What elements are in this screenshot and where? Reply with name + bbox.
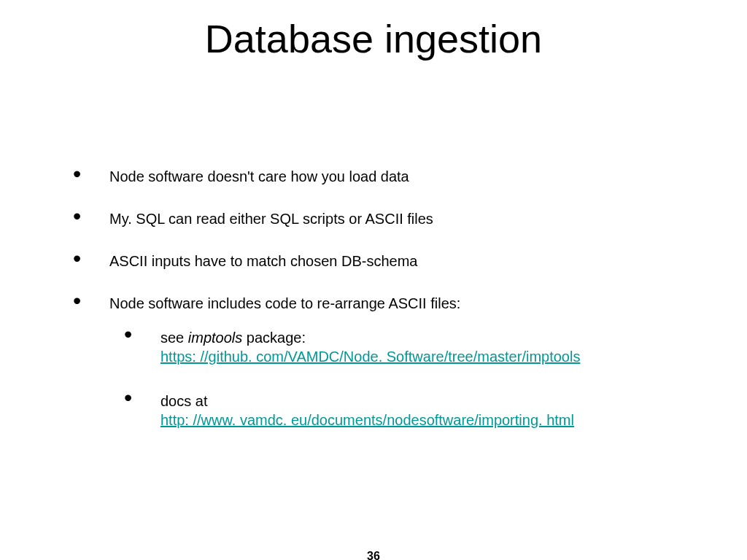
bullet-icon: • — [124, 326, 160, 341]
text-fragment: package: — [242, 330, 306, 346]
bullet-icon: • — [73, 166, 109, 181]
sub-bullet-text: see imptools package: https: //github. c… — [160, 326, 580, 366]
slide-title: Database ingestion — [0, 16, 747, 61]
text-fragment: see — [160, 330, 188, 346]
bullet-item: • Node software doesn't care how you loa… — [73, 166, 703, 186]
bullet-icon: • — [73, 208, 109, 223]
slide-content: • Node software doesn't care how you loa… — [73, 166, 703, 453]
bullet-item: • Node software includes code to re-arra… — [73, 292, 703, 313]
link-docs[interactable]: http: //www. vamdc. eu/documents/nodesof… — [160, 412, 574, 428]
link-imptools[interactable]: https: //github. com/VAMDC/Node. Softwar… — [160, 349, 580, 365]
page-number: 36 — [0, 550, 747, 560]
bullet-icon: • — [124, 389, 160, 405]
slide: Database ingestion • Node software doesn… — [0, 16, 747, 560]
text-fragment: docs at — [160, 393, 207, 409]
bullet-text: Node software doesn't care how you load … — [109, 166, 409, 186]
sub-list: • see imptools package: https: //github.… — [124, 326, 703, 429]
sub-bullet-item: • docs at http: //www. vamdc. eu/documen… — [124, 389, 703, 429]
bullet-item: • My. SQL can read either SQL scripts or… — [73, 208, 703, 228]
text-italic: imptools — [188, 330, 242, 346]
sub-bullet-item: • see imptools package: https: //github.… — [124, 326, 703, 366]
sub-bullet-text: docs at http: //www. vamdc. eu/documents… — [160, 389, 574, 429]
bullet-text: Node software includes code to re-arrang… — [109, 292, 460, 313]
bullet-text: My. SQL can read either SQL scripts or A… — [109, 208, 433, 228]
bullet-icon: • — [73, 292, 109, 308]
bullet-icon: • — [73, 250, 109, 265]
bullet-text: ASCII inputs have to match chosen DB-sch… — [109, 250, 417, 271]
bullet-item: • ASCII inputs have to match chosen DB-s… — [73, 250, 703, 271]
